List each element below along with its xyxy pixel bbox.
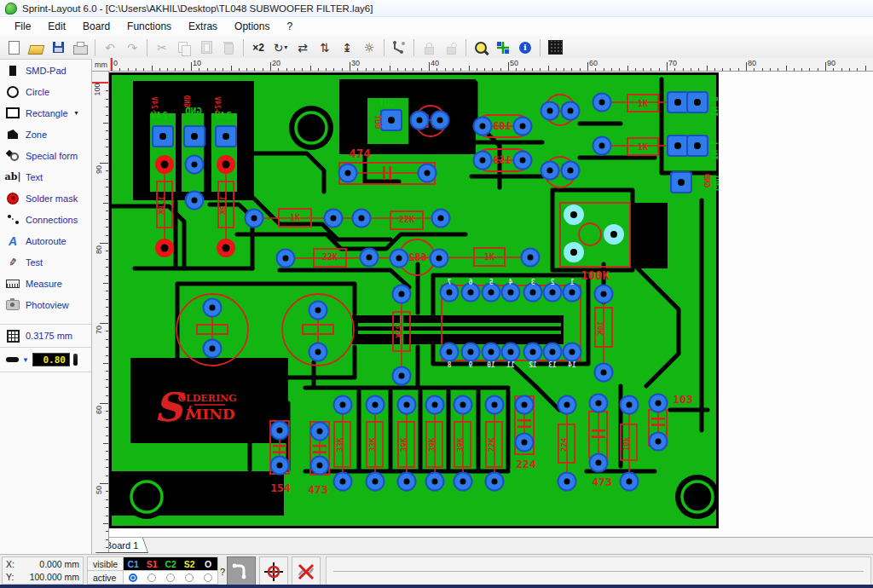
menu-file[interactable]: File <box>7 19 38 34</box>
layer-c1-toggle[interactable]: C1 <box>124 559 142 569</box>
rectangle-dropdown-icon[interactable]: ▾ <box>75 109 78 117</box>
layers-help-link[interactable]: ? <box>220 567 225 577</box>
layer-o-radio[interactable] <box>204 574 212 582</box>
tool-connections[interactable]: Connections <box>0 209 91 230</box>
track-mode-button[interactable] <box>227 556 256 586</box>
svg-text:14: 14 <box>568 361 576 369</box>
origin-button[interactable] <box>259 556 288 586</box>
horizontal-ruler: 0102030405060708090 <box>92 58 873 72</box>
copy-icon <box>178 42 188 53</box>
tool-text[interactable]: ab|Text <box>0 166 91 187</box>
layer-s2-radio[interactable] <box>185 574 194 582</box>
svg-text:GND: GND <box>702 173 711 187</box>
route-icon <box>391 40 407 55</box>
tool-sidebar: SMD-PadCircleRectangle▾ZoneSpecial forma… <box>0 60 92 554</box>
track-width-stepper[interactable] <box>73 354 78 366</box>
tool-test[interactable]: ✎Test <box>0 251 91 273</box>
toolbar-lock-button[interactable] <box>419 38 439 57</box>
disable-rubberband-button[interactable] <box>292 556 321 586</box>
layer-s1-radio[interactable] <box>147 574 156 582</box>
toolbar-footprint-button[interactable] <box>545 38 565 57</box>
tool-rectangle[interactable]: Rectangle▾ <box>0 102 91 124</box>
svg-text:5: 5 <box>489 279 493 286</box>
x-label: X: <box>6 558 14 571</box>
menu-board[interactable]: Board <box>75 19 118 34</box>
dropdown-arrow-icon[interactable]: ▾ <box>284 43 287 51</box>
snap-grid-icon <box>495 40 511 55</box>
track-width-setting[interactable]: ▼ 0.80 <box>0 348 91 372</box>
svg-text:9: 9 <box>468 361 472 369</box>
unlock-icon <box>447 47 456 55</box>
toolbar-open-button[interactable] <box>26 38 46 57</box>
toolbar-rotate-button[interactable]: ↻▾ <box>270 38 291 57</box>
toolbar-undo-button[interactable]: ↶ <box>100 38 120 57</box>
menu-functions[interactable]: Functions <box>119 19 179 34</box>
toolbar-print-button[interactable] <box>70 38 90 57</box>
toolbar-mirror-h-button[interactable]: ⇄ <box>292 38 313 57</box>
toolbar-unlock-button[interactable] <box>441 38 461 57</box>
toolbar-flip-button[interactable]: ↨ <box>337 38 357 57</box>
toolbar-separator <box>540 39 541 56</box>
tool-smd-pad[interactable]: SMD-Pad <box>0 60 91 81</box>
svg-text:1.8K: 1.8K <box>219 196 228 215</box>
layer-c2-toggle[interactable]: C2 <box>161 559 180 569</box>
toolbar-info-button[interactable]: i <box>515 38 535 57</box>
toolbar-cut-button[interactable]: ✂ <box>152 38 172 57</box>
tool-circle[interactable]: Circle <box>0 81 91 102</box>
tool-solder-mask[interactable]: Solder mask <box>0 187 91 209</box>
toolbar-zoom-button[interactable] <box>471 38 491 57</box>
track-width-value[interactable]: 0.80 <box>32 353 70 366</box>
layer-s2-toggle[interactable]: S2 <box>180 559 199 569</box>
ruler-position-indicator <box>111 58 113 71</box>
toolbar-delete-button[interactable] <box>218 38 239 57</box>
svg-text:103: 103 <box>673 393 692 406</box>
toolbar-duplicate-button[interactable]: ×2 <box>248 38 269 57</box>
toolbar-mirror-v-button[interactable]: ⇅ <box>315 38 335 57</box>
board-canvas[interactable]: -24VGND+24V-24VGND+24VOUTOUT4741031531K1… <box>109 72 873 537</box>
toolbar-separator <box>413 39 414 56</box>
layer-c1-radio[interactable] <box>129 574 137 582</box>
svg-text:33K: 33K <box>336 437 344 452</box>
tool-label: Circle <box>26 87 49 97</box>
track-width-dropdown-icon[interactable]: ▼ <box>22 356 29 364</box>
tool-label: Connections <box>26 215 78 225</box>
menu-extras[interactable]: Extras <box>181 19 225 34</box>
layer-visibility-strip[interactable]: C1S1C2S2O <box>124 557 217 571</box>
grid-setting[interactable]: 0.3175 mm <box>0 324 91 348</box>
toolbar-redo-button[interactable]: ↷ <box>122 38 142 57</box>
tool-special-form[interactable]: Special form <box>0 145 91 166</box>
toolbar-route-button[interactable] <box>389 38 409 57</box>
toolbar-optimize-button[interactable]: ☼ <box>359 38 379 57</box>
toolbar-save-button[interactable] <box>48 38 68 57</box>
measure-icon <box>6 277 20 291</box>
layers-panel: visible active C1S1C2S2O <box>87 556 218 585</box>
toolbar-snap-button[interactable] <box>493 38 513 57</box>
track-bend-icon <box>232 562 251 581</box>
toolbar-new-button[interactable] <box>3 38 24 57</box>
rectangle-icon <box>6 107 20 120</box>
tool-measure[interactable]: Measure <box>0 273 91 294</box>
tool-label: Zone <box>26 130 47 140</box>
title-bar: Sprint-Layout 6.0 - [C:\Users\AKHIL\Desk… <box>0 0 873 17</box>
layer-o-toggle[interactable]: O <box>199 559 217 569</box>
menu-edit[interactable]: Edit <box>40 19 73 34</box>
pcb-board[interactable]: -24VGND+24V-24VGND+24VOUTOUT4741031531K1… <box>109 72 719 528</box>
svg-text:22K: 22K <box>399 215 414 224</box>
layer-s1-toggle[interactable]: S1 <box>142 559 161 569</box>
tool-zone[interactable]: Zone <box>0 124 91 145</box>
duplicate-icon: ×2 <box>252 42 264 54</box>
menu-help[interactable]: ? <box>279 19 300 34</box>
delete-icon <box>224 43 234 55</box>
toolbar-copy-button[interactable] <box>174 38 194 57</box>
toolbar-paste-button[interactable] <box>196 38 217 57</box>
undo-icon: ↶ <box>105 41 115 55</box>
svg-text:473: 473 <box>592 476 611 488</box>
layer-c2-radio[interactable] <box>166 574 175 582</box>
toolbar-separator <box>384 39 384 56</box>
tool-autoroute[interactable]: AAutoroute <box>0 230 91 251</box>
svg-text:12: 12 <box>529 361 537 369</box>
svg-text:1.8K: 1.8K <box>158 196 166 215</box>
tool-photoview[interactable]: Photoview <box>0 294 91 315</box>
menu-options[interactable]: Options <box>227 19 277 34</box>
toolbar-separator <box>95 39 95 56</box>
